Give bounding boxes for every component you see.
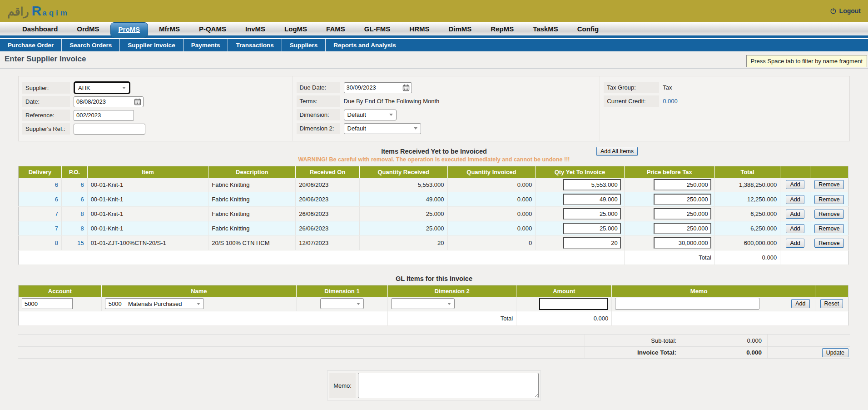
delivery-link[interactable]: 7 bbox=[55, 210, 58, 217]
items-col-add-action bbox=[780, 166, 810, 178]
update-button[interactable]: Update bbox=[822, 348, 848, 357]
add-all-items-button[interactable]: Add All Items bbox=[596, 147, 638, 156]
subnav-item-purchase-order[interactable]: Purchase Order bbox=[0, 39, 62, 51]
po-link[interactable]: 8 bbox=[80, 225, 84, 232]
nav-tab-logms[interactable]: LogMS bbox=[275, 23, 317, 35]
nav-tab-repms[interactable]: RepMS bbox=[481, 23, 523, 35]
row-add-cell: Add bbox=[780, 178, 810, 192]
po-link[interactable]: 15 bbox=[77, 240, 84, 246]
invoice-totals: Sub-total: 0.000 Invoice Total: 0.000 Up… bbox=[18, 334, 850, 359]
qty-to-invoice-input[interactable] bbox=[563, 208, 621, 220]
qty-invoiced-cell: 0.000 bbox=[447, 221, 536, 236]
row-remove-button[interactable]: Remove bbox=[814, 210, 844, 219]
current-credit-value[interactable]: 0.000 bbox=[659, 98, 678, 105]
removal-warning-text: WARNING! Be careful with removal. The op… bbox=[0, 156, 868, 163]
gl-total-value: 0.000 bbox=[516, 311, 612, 326]
row-total-cell: 600,000.000 bbox=[714, 236, 780, 250]
subnav-item-search-orders[interactable]: Search Orders bbox=[62, 39, 120, 51]
qty-to-invoice-input[interactable] bbox=[563, 223, 621, 234]
chevron-down-icon bbox=[357, 303, 360, 305]
memo-section: Memo: bbox=[0, 370, 868, 400]
gl-memo-input[interactable] bbox=[615, 298, 759, 310]
nav-tab-dashboard[interactable]: Dashboard bbox=[13, 23, 67, 35]
gl-name-select[interactable]: 5000 Materials Purchased bbox=[105, 298, 204, 309]
gl-dimension2-select[interactable] bbox=[391, 298, 455, 309]
price-before-tax-input[interactable] bbox=[654, 179, 711, 190]
gl-amount-input[interactable] bbox=[539, 298, 608, 310]
delivery-link[interactable]: 7 bbox=[55, 225, 58, 232]
price-before-tax-input[interactable] bbox=[654, 237, 711, 249]
reference-input[interactable] bbox=[74, 110, 134, 121]
po-link[interactable]: 8 bbox=[80, 210, 84, 217]
nav-tab-invms[interactable]: InvMS bbox=[236, 23, 275, 35]
nav-tab-p-qams[interactable]: P-QAMS bbox=[189, 23, 236, 35]
logout-button[interactable]: Logout bbox=[830, 7, 861, 15]
items-col-description: Description bbox=[208, 166, 296, 178]
invoice-total-row: Invoice Total: 0.000 Update bbox=[18, 346, 850, 359]
terms-value: Due By End Of The Following Month bbox=[340, 98, 440, 105]
gl-dimension1-select[interactable] bbox=[320, 298, 364, 309]
nav-tab-taskms[interactable]: TaskMS bbox=[523, 23, 568, 35]
price-before-tax-input[interactable] bbox=[654, 194, 711, 205]
subnav-item-reports-and-analysis[interactable]: Reports and Analysis bbox=[326, 39, 404, 51]
gl-items-table: AccountNameDimension 1Dimension 2AmountM… bbox=[18, 285, 848, 326]
row-add-button[interactable]: Add bbox=[786, 195, 804, 204]
nav-tab-mfrms[interactable]: MfrMS bbox=[149, 23, 189, 35]
date-input[interactable] bbox=[74, 96, 144, 107]
row-add-button[interactable]: Add bbox=[786, 210, 804, 219]
received-on-cell: 20/06/2023 bbox=[296, 178, 360, 192]
dimension-label: Dimension: bbox=[297, 109, 340, 120]
price-before-tax-input[interactable] bbox=[654, 223, 711, 234]
nav-tab-fams[interactable]: FAMS bbox=[317, 23, 355, 35]
po-link[interactable]: 6 bbox=[80, 196, 84, 203]
qty-to-invoice-input[interactable] bbox=[563, 179, 621, 190]
chevron-down-icon bbox=[197, 303, 200, 305]
nav-tab-hrms[interactable]: HRMS bbox=[400, 23, 439, 35]
suppliers-ref-input[interactable] bbox=[74, 124, 145, 135]
nav-tab-ordms[interactable]: OrdMS bbox=[67, 23, 109, 35]
gl-reset-button[interactable]: Reset bbox=[820, 299, 843, 308]
qty-to-invoice-cell bbox=[536, 221, 624, 236]
gl-entry-row: 5000 Materials Purchased bbox=[19, 297, 848, 311]
row-add-button[interactable]: Add bbox=[786, 180, 804, 189]
qty-to-invoice-input[interactable] bbox=[563, 194, 621, 205]
subnav-item-suppliers[interactable]: Suppliers bbox=[282, 39, 326, 51]
gl-add-button[interactable]: Add bbox=[791, 299, 809, 308]
calendar-icon[interactable] bbox=[134, 98, 141, 107]
delivery-link[interactable]: 6 bbox=[55, 196, 58, 203]
due-date-input[interactable] bbox=[344, 82, 412, 93]
qty-to-invoice-cell bbox=[536, 207, 624, 221]
delivery-link[interactable]: 8 bbox=[55, 240, 58, 246]
items-col-delivery: Delivery bbox=[19, 166, 62, 178]
qty-to-invoice-cell bbox=[536, 178, 624, 192]
row-remove-button[interactable]: Remove bbox=[814, 239, 844, 248]
supplier-select[interactable]: AHK bbox=[74, 81, 130, 94]
row-remove-button[interactable]: Remove bbox=[814, 195, 844, 204]
dimension-select[interactable]: Default bbox=[344, 110, 397, 120]
nav-tab-proms[interactable]: ProMS bbox=[110, 22, 149, 38]
delivery-link[interactable]: 6 bbox=[55, 181, 58, 188]
filter-hint-tooltip: Press Space tab to filter by name fragme… bbox=[746, 55, 867, 67]
subnav-item-supplier-invoice[interactable]: Supplier Invoice bbox=[120, 39, 183, 51]
subnav-item-transactions[interactable]: Transactions bbox=[228, 39, 282, 51]
memo-textarea[interactable] bbox=[358, 373, 539, 398]
subnav-item-payments[interactable]: Payments bbox=[184, 39, 228, 51]
row-remove-button[interactable]: Remove bbox=[814, 224, 844, 233]
calendar-icon[interactable] bbox=[402, 84, 410, 93]
gl-col-name: Name bbox=[101, 285, 296, 297]
nav-tab-dimms[interactable]: DimMS bbox=[439, 23, 481, 35]
qty-to-invoice-input[interactable] bbox=[563, 237, 621, 249]
gl-account-input[interactable] bbox=[22, 298, 73, 309]
nav-tab-config[interactable]: Config bbox=[568, 23, 609, 35]
price-before-tax-input[interactable] bbox=[654, 208, 711, 220]
row-add-button[interactable]: Add bbox=[786, 224, 804, 233]
dimension-select-value: Default bbox=[347, 111, 366, 118]
po-link[interactable]: 6 bbox=[80, 181, 84, 188]
qty-invoiced-cell: 0.000 bbox=[447, 178, 536, 192]
row-remove-button[interactable]: Remove bbox=[814, 180, 844, 189]
nav-tab-gl-fms[interactable]: GL-FMS bbox=[355, 23, 400, 35]
row-add-cell: Add bbox=[780, 221, 810, 236]
row-add-button[interactable]: Add bbox=[786, 239, 804, 248]
dimension2-select[interactable]: Default bbox=[344, 123, 421, 134]
gl-col-account: Account bbox=[19, 285, 102, 297]
